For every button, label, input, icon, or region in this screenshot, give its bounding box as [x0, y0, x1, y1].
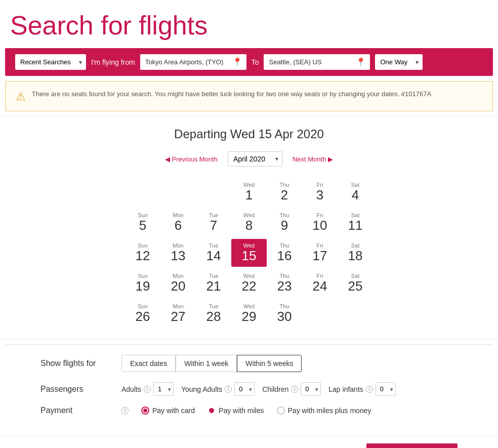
young-adults-info-icon[interactable]: i [225, 386, 232, 393]
calendar-day[interactable]: Wed1 [231, 177, 267, 207]
calendar-day[interactable]: Fri24 [302, 268, 338, 298]
calendar-day[interactable]: Fri10 [302, 207, 338, 237]
calendar-day [125, 177, 160, 207]
calendar-day[interactable]: Sat11 [338, 207, 373, 237]
next-chevron-icon: ▶ [328, 155, 333, 163]
page-title: Search for flights [0, 0, 498, 48]
payment-label: Payment [40, 406, 111, 415]
find-flights-button[interactable]: Find my flights → [366, 443, 458, 448]
trip-type-select[interactable]: One Way Return Multi-city [375, 54, 423, 70]
calendar-day[interactable]: Sat25 [338, 268, 373, 298]
options-section: Show flights for Exact dates Within 1 we… [0, 345, 498, 435]
month-select-wrapper: April 2020May 2020June 2020 [228, 151, 282, 167]
calendar-day[interactable]: Thu2 [267, 177, 302, 207]
calendar-day[interactable]: Wed8 [231, 207, 267, 237]
calendar-day[interactable]: Thu23 [267, 268, 302, 298]
lap-infants-select-wrapper: 0123 [376, 382, 396, 396]
prev-chevron-icon: ◀ [165, 155, 170, 163]
to-airport-text: Seattle, (SEA) US [269, 58, 321, 66]
passengers-row: Passengers Adults i 12345 Young Adults i… [40, 382, 458, 396]
departing-title: Departing Wed 15 Apr 2020 [5, 127, 493, 141]
calendar-day[interactable]: Tue21 [196, 268, 231, 298]
prev-month-button[interactable]: ◀ Previous Month [165, 155, 218, 163]
children-info-icon[interactable]: i [291, 386, 298, 393]
calendar-day [196, 177, 231, 207]
pay-with-card-option[interactable]: Pay with card [141, 406, 195, 415]
calendar-day[interactable]: Wed15 [231, 237, 267, 268]
calendar-day[interactable]: Mon6 [160, 207, 196, 237]
children-label: Children [262, 385, 288, 393]
calendar-day[interactable]: Wed29 [231, 298, 267, 329]
payment-info-icon[interactable]: i [121, 407, 129, 414]
children-item: Children i 0123 [262, 382, 321, 396]
pay-with-miles-money-label: Pay with miles plus money [288, 406, 371, 415]
pay-with-miles-option[interactable]: Pay with miles [208, 406, 264, 415]
lap-infants-info-icon[interactable]: i [366, 386, 373, 393]
adults-info-icon[interactable]: i [144, 386, 151, 393]
to-label: To [252, 58, 259, 66]
calendar-day[interactable]: Sun5 [125, 207, 160, 237]
next-month-label: Next Month [293, 155, 326, 163]
within-1-week-button[interactable]: Within 1 week [176, 355, 237, 372]
calendar-day[interactable]: Mon13 [160, 237, 196, 268]
calendar-day[interactable]: Tue7 [196, 207, 231, 237]
to-airport-input[interactable]: Seattle, (SEA) US 📍 [264, 54, 370, 70]
trip-type-wrapper: One Way Return Multi-city [375, 54, 423, 70]
from-airport-input[interactable]: Tokyo Area Airports, (TYO) 📍 [140, 54, 246, 70]
pay-with-card-label: Pay with card [152, 406, 195, 415]
calendar-day[interactable]: Thu16 [267, 237, 302, 268]
exact-dates-button[interactable]: Exact dates [121, 355, 176, 372]
calendar-day[interactable]: Sat18 [338, 237, 373, 268]
calendar-day [338, 298, 373, 329]
month-select[interactable]: April 2020May 2020June 2020 [228, 151, 282, 167]
calendar-day[interactable]: Mon20 [160, 268, 196, 298]
young-adults-select[interactable]: 0123 [234, 382, 255, 396]
calendar-day[interactable]: Fri17 [302, 237, 338, 268]
within-5-weeks-button[interactable]: Within 5 weeks [237, 355, 302, 372]
payment-group: i Pay with card Pay with miles Pay with … [121, 406, 371, 415]
lap-infants-select[interactable]: 0123 [376, 382, 396, 396]
warning-icon: ⚠ [16, 90, 26, 103]
pay-with-miles-money-radio[interactable] [277, 406, 285, 415]
calendar-day [302, 298, 338, 329]
prev-month-label: Previous Month [172, 155, 218, 163]
from-pin-icon: 📍 [232, 57, 242, 67]
alert-box: ⚠ There are no seats found for your sear… [5, 81, 493, 111]
pay-with-miles-dot [209, 408, 214, 413]
young-adults-label: Young Adults [181, 385, 222, 393]
pay-with-card-radio[interactable] [141, 406, 149, 415]
search-bar: Recent Searches I'm flying from Tokyo Ar… [5, 48, 493, 76]
calendar-day[interactable]: Tue28 [196, 298, 231, 329]
show-flights-row: Show flights for Exact dates Within 1 we… [40, 355, 458, 372]
children-select-wrapper: 0123 [301, 382, 321, 396]
young-adults-select-wrapper: 0123 [234, 382, 255, 396]
passengers-label: Passengers [40, 385, 111, 394]
to-pin-icon: 📍 [356, 57, 366, 67]
calendar-day[interactable]: Sun12 [125, 237, 160, 268]
pay-with-miles-money-option[interactable]: Pay with miles plus money [277, 406, 371, 415]
adults-label: Adults [121, 385, 141, 393]
calendar-day[interactable]: Fri3 [302, 177, 338, 207]
lap-infants-item: Lap infants i 0123 [328, 382, 396, 396]
calendar-day[interactable]: Thu30 [267, 298, 302, 329]
calendar-grid: Wed1Thu2Fri3Sat4Sun5Mon6Tue7Wed8Thu9Fri1… [5, 177, 493, 329]
calendar-day[interactable]: Sat4 [338, 177, 373, 207]
adults-select[interactable]: 12345 [153, 382, 174, 396]
young-adults-item: Young Adults i 0123 [181, 382, 255, 396]
calendar-day[interactable]: Mon27 [160, 298, 196, 329]
calendar-day[interactable]: Tue14 [196, 237, 231, 268]
calendar-day[interactable]: Thu9 [267, 207, 302, 237]
recent-searches-select[interactable]: Recent Searches [15, 54, 86, 70]
calendar-section: Departing Wed 15 Apr 2020 ◀ Previous Mon… [0, 116, 498, 339]
passenger-group: Adults i 12345 Young Adults i 0123 C [121, 382, 396, 396]
next-month-button[interactable]: Next Month ▶ [293, 155, 333, 163]
pay-with-miles-label: Pay with miles [219, 406, 264, 415]
children-select[interactable]: 0123 [301, 382, 321, 396]
month-nav: ◀ Previous Month April 2020May 2020June … [5, 151, 493, 167]
calendar-day[interactable]: Wed22 [231, 268, 267, 298]
calendar-day[interactable]: Sun19 [125, 268, 160, 298]
calendar-day[interactable]: Sun26 [125, 298, 160, 329]
payment-row: Payment i Pay with card Pay with miles P… [40, 406, 458, 415]
footer-row: ↓ Show advanced options Find my flights … [0, 435, 498, 448]
show-flights-label: Show flights for [40, 359, 111, 368]
